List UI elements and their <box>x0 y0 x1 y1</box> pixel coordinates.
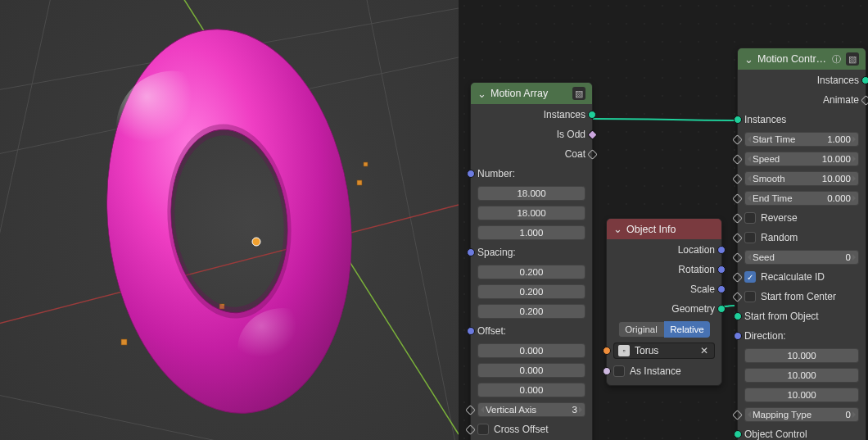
smooth-field[interactable]: Smooth 10.000 <box>744 171 859 186</box>
socket-bool-in[interactable] <box>732 213 743 224</box>
node-motion-array[interactable]: ⌄ Motion Array ▧ Instances Is Odd Coat <box>470 82 593 440</box>
spacing-x-field[interactable]: 0.200 <box>477 265 585 279</box>
row-speed: Speed 10.000 <box>738 150 866 168</box>
socket-vec-out[interactable] <box>717 285 726 293</box>
mesh-icon: ▫ <box>618 345 630 356</box>
vertical-axis-field[interactable]: Vertical Axis 3 <box>477 402 585 417</box>
node-group-icon[interactable]: ▧ <box>572 87 585 100</box>
chevron-down-icon[interactable]: ⌄ <box>613 223 622 235</box>
socket-geometry-in[interactable] <box>734 116 742 124</box>
node-motion-control[interactable]: ⌄ Motion Contro... ⓘ ▧ Instances Animate… <box>737 48 866 440</box>
number-x-field[interactable]: 18.000 <box>477 186 585 201</box>
node-group-icon[interactable]: ▧ <box>846 52 859 66</box>
chevron-down-icon[interactable]: ⌄ <box>744 53 753 66</box>
row-as-instance: As Instance <box>607 362 721 380</box>
speed-field[interactable]: Speed 10.000 <box>744 152 859 166</box>
out-is-odd: Is Odd <box>471 125 592 143</box>
row-object-control: Object Control <box>738 425 866 440</box>
object-name: Torus <box>635 345 692 356</box>
as-instance-checkbox[interactable] <box>613 365 625 377</box>
row-end-time: End Time 0.000 <box>738 189 866 207</box>
label-offset: Offset: <box>471 322 592 340</box>
row-mapping-type: Mapping Type 0 <box>738 406 866 424</box>
svg-line-5 <box>360 0 459 440</box>
transform-space-toggle[interactable]: Original Relative <box>618 321 710 338</box>
cross-offset-checkbox[interactable] <box>477 424 489 435</box>
dir-y-field[interactable]: 10.000 <box>744 368 859 383</box>
viewport-canvas <box>0 0 459 440</box>
random-checkbox[interactable] <box>744 232 756 243</box>
socket-vec-out[interactable] <box>717 265 726 274</box>
node-header[interactable]: ⌄ Object Info <box>607 219 721 239</box>
socket-bool-in[interactable] <box>732 233 743 243</box>
row-start-time: Start Time 1.000 <box>738 130 866 148</box>
mapping-type-field[interactable]: Mapping Type 0 <box>744 407 859 422</box>
info-icon[interactable]: ⓘ <box>832 53 841 66</box>
start-center-checkbox[interactable] <box>744 291 756 302</box>
socket-object-in[interactable] <box>603 347 611 355</box>
object-selector[interactable]: ▫ Torus ✕ <box>613 342 715 359</box>
spacing-z-field[interactable]: 0.200 <box>477 304 585 319</box>
dir-x-field[interactable]: 10.000 <box>744 348 859 363</box>
socket-out-coat[interactable] <box>587 149 598 160</box>
end-time-field[interactable]: End Time 0.000 <box>744 191 859 206</box>
socket-float-in[interactable] <box>732 174 743 184</box>
socket-vec-out[interactable] <box>717 246 726 254</box>
socket-bool-in[interactable] <box>732 292 743 302</box>
socket-geometry-out[interactable] <box>861 76 868 84</box>
node-header[interactable]: ⌄ Motion Array ▧ <box>471 83 592 104</box>
socket-vec-in[interactable] <box>467 327 475 335</box>
toggle-original[interactable]: Original <box>618 321 664 338</box>
out-instances: Instances <box>471 106 592 124</box>
object-torus[interactable] <box>88 17 370 425</box>
reverse-checkbox[interactable] <box>744 212 756 224</box>
socket-int-in[interactable] <box>732 410 743 420</box>
out-instances: Instances <box>738 71 866 89</box>
socket-bool-in[interactable] <box>465 424 476 435</box>
node-title: Motion Contro... <box>757 53 827 65</box>
offset-z-field[interactable]: 0.000 <box>477 383 585 397</box>
seed-field[interactable]: Seed 0 <box>744 250 859 265</box>
socket-geometry-out[interactable] <box>717 305 726 313</box>
node-object-info[interactable]: ⌄ Object Info Location Rotation Scale Ge… <box>606 218 722 386</box>
offset-y-field[interactable]: 0.000 <box>477 363 585 378</box>
socket-geo-in[interactable] <box>734 430 742 438</box>
socket-bool-in[interactable] <box>603 367 611 375</box>
socket-vec-in[interactable] <box>734 332 742 340</box>
chevron-down-icon[interactable]: ⌄ <box>477 88 486 100</box>
row-reverse: Reverse <box>738 209 866 227</box>
number-y-field[interactable]: 18.000 <box>477 206 585 220</box>
node-editor[interactable]: ⌄ Motion Array ▧ Instances Is Odd Coat <box>459 0 868 440</box>
svg-rect-9 <box>357 180 362 185</box>
svg-line-4 <box>0 0 57 440</box>
node-header[interactable]: ⌄ Motion Contro... ⓘ ▧ <box>738 48 866 70</box>
number-z-field[interactable]: 1.000 <box>477 225 585 240</box>
svg-rect-6 <box>121 339 127 345</box>
node-title: Object Info <box>626 224 715 235</box>
toggle-relative[interactable]: Relative <box>664 321 710 338</box>
socket-bool-out[interactable] <box>587 129 598 140</box>
socket-float-in[interactable] <box>732 193 743 204</box>
socket-geometry-out[interactable] <box>588 111 596 119</box>
socket-int-in[interactable] <box>465 405 476 415</box>
row-cross-offset: Cross Offset <box>471 420 592 438</box>
offset-x-field[interactable]: 0.000 <box>477 343 585 358</box>
socket-float-in[interactable] <box>732 154 743 165</box>
socket-vec-in[interactable] <box>467 248 475 256</box>
recalc-checkbox[interactable]: ✓ <box>744 271 756 283</box>
socket-geometry-in[interactable] <box>734 312 742 320</box>
clear-icon[interactable]: ✕ <box>697 345 712 356</box>
spacing-y-field[interactable]: 0.200 <box>477 284 585 299</box>
viewport-3d[interactable] <box>0 0 459 440</box>
socket-int-in[interactable] <box>732 252 743 263</box>
in-instances: Instances <box>738 111 866 129</box>
socket-bool-in[interactable] <box>732 272 743 283</box>
socket-vec-in[interactable] <box>467 170 475 178</box>
socket-out-animate[interactable] <box>861 95 868 106</box>
out-scale: Scale <box>607 280 721 298</box>
dir-z-field[interactable]: 10.000 <box>744 388 859 402</box>
row-seed: Seed 0 <box>738 248 866 266</box>
socket-float-in[interactable] <box>732 134 743 145</box>
start-time-field[interactable]: Start Time 1.000 <box>744 132 859 147</box>
cursor-3d <box>252 238 260 246</box>
